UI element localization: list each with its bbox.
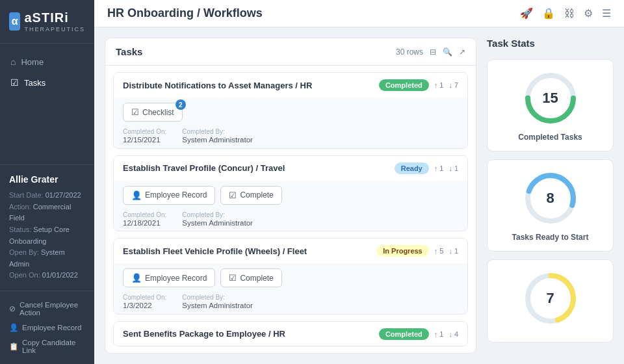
task-footer: Completed On: 12/15/2021 Completed By: S… bbox=[123, 128, 458, 144]
share-icon[interactable]: ⛓ bbox=[564, 8, 575, 20]
checklist-badge: 2 bbox=[176, 99, 186, 110]
task-card-body: 👤 Employee Record ☑ Complete Completed O… bbox=[114, 263, 467, 315]
task-arrow-down: ↓1 bbox=[448, 247, 458, 255]
task-arrow-up: ↑1 bbox=[434, 164, 444, 172]
tasks-meta: 30 rows ⊟ 🔍 ↗ bbox=[396, 47, 465, 57]
sidebar-item-home-label: Home bbox=[21, 57, 44, 67]
logo-icon: α bbox=[9, 12, 20, 31]
cancel-employee-action[interactable]: ⊘ Cancel Employee Action bbox=[9, 298, 85, 320]
user-name: Allie Grater bbox=[9, 174, 85, 185]
check-icon: ☑ bbox=[229, 273, 237, 283]
sidebar-actions: ⊘ Cancel Employee Action 👤 Employee Reco… bbox=[0, 291, 94, 364]
sidebar-item-tasks-label: Tasks bbox=[24, 78, 46, 88]
task-card-header: Distribute Notifications to Asset Manage… bbox=[114, 73, 467, 98]
stat-card-completed: 15 Completed Tasks bbox=[487, 59, 614, 151]
employee-record-button[interactable]: 👤 Employee Record bbox=[123, 268, 215, 287]
task-arrow-up: ↑5 bbox=[434, 247, 444, 255]
page-title: HR Onboarding / Workflows bbox=[107, 6, 263, 20]
stat-card-partial: 7 bbox=[487, 259, 614, 343]
task-card-body: 👤 Employee Record ☑ Complete Completed O… bbox=[114, 181, 467, 232]
stat-label: Completed Tasks bbox=[518, 133, 582, 142]
completed-by: Completed By: System Administrator bbox=[182, 211, 253, 227]
task-card: Establish Fleet Vehicle Profile (Wheels)… bbox=[113, 238, 468, 315]
task-card-header: Establish Fleet Vehicle Profile (Wheels)… bbox=[114, 239, 467, 263]
donut-completed: 15 bbox=[521, 69, 580, 127]
complete-button[interactable]: ☑ Complete bbox=[220, 268, 281, 287]
stat-label: Tasks Ready to Start bbox=[512, 233, 589, 242]
user-icon: 👤 bbox=[131, 190, 142, 200]
task-name: Establish Fleet Vehicle Profile (Wheels)… bbox=[123, 246, 307, 256]
employee-record-link[interactable]: 👤 Employee Record bbox=[9, 320, 85, 335]
task-header-right: Completed ↑1 ↓7 bbox=[379, 79, 458, 91]
status-badge: In Progress bbox=[376, 245, 429, 257]
main-content: HR Onboarding / Workflows 🚀 🔒 ⛓ ⚙ ☰ Task… bbox=[94, 0, 624, 364]
task-card: Sent Benefits Package to Employee / HR C… bbox=[113, 321, 468, 347]
checklist-icon: ☑ bbox=[131, 107, 139, 117]
task-actions: 👤 Employee Record ☑ Complete bbox=[123, 186, 458, 205]
task-card-header: Sent Benefits Package to Employee / HR C… bbox=[114, 322, 467, 346]
task-header-right: Completed ↑1 ↓4 bbox=[379, 328, 458, 340]
complete-button[interactable]: ☑ Complete bbox=[220, 186, 281, 205]
user-meta: Start Date: 01/27/2022 Action: Commercia… bbox=[9, 190, 85, 281]
completed-by: Completed By: System Administrator bbox=[182, 294, 253, 309]
top-bar: HR Onboarding / Workflows 🚀 🔒 ⛓ ⚙ ☰ bbox=[94, 0, 624, 27]
rocket-icon[interactable]: 🚀 bbox=[520, 7, 533, 20]
stats-panel: Task Stats 15 Completed Tasks bbox=[487, 38, 614, 354]
status-badge: Ready bbox=[395, 162, 429, 174]
copy-icon: 📋 bbox=[9, 342, 18, 351]
task-arrow-down: ↓4 bbox=[448, 330, 458, 338]
tasks-panel: Tasks 30 rows ⊟ 🔍 ↗ Distribute Notificat… bbox=[105, 38, 476, 354]
task-header-right: Ready ↑1 ↓1 bbox=[395, 162, 458, 174]
search-icon[interactable]: 🔍 bbox=[443, 47, 452, 57]
tasks-title: Tasks bbox=[116, 46, 142, 57]
logo-area: α aSTIRi THERAPEUTICS bbox=[0, 0, 94, 44]
app-name: aSTIRi bbox=[24, 10, 85, 25]
completed-by: Completed By: System Administrator bbox=[182, 128, 253, 144]
task-card-body: ☑ Checklist 2 Completed On: 12/15/2021 bbox=[114, 98, 467, 149]
nav-section: ⌂ Home ☑ Tasks bbox=[0, 44, 94, 164]
task-card: Establish Travel Profile (Concur) / Trav… bbox=[113, 155, 468, 232]
task-name: Distribute Notifications to Asset Manage… bbox=[123, 81, 312, 90]
donut-value: 7 bbox=[546, 290, 554, 307]
export-icon[interactable]: ↗ bbox=[459, 47, 465, 57]
status-badge: Completed bbox=[379, 328, 429, 340]
filter-icon[interactable]: ⊟ bbox=[430, 47, 436, 57]
tasks-list: Distribute Notifications to Asset Manage… bbox=[105, 66, 476, 353]
cancel-icon: ⊘ bbox=[9, 304, 16, 313]
task-arrow-down: ↓1 bbox=[448, 164, 458, 172]
task-actions: ☑ Checklist 2 bbox=[123, 103, 458, 122]
status-badge: Completed bbox=[379, 79, 429, 91]
task-footer: Completed On: 12/18/2021 Completed By: S… bbox=[123, 211, 458, 227]
employee-record-button[interactable]: 👤 Employee Record bbox=[123, 186, 215, 205]
completed-on: Completed On: 12/18/2021 bbox=[123, 211, 166, 227]
task-footer: Completed On: 1/3/2022 Completed By: Sys… bbox=[123, 294, 458, 309]
content-area: Tasks 30 rows ⊟ 🔍 ↗ Distribute Notificat… bbox=[94, 27, 624, 364]
task-arrow-down: ↓7 bbox=[448, 81, 458, 89]
donut-ready: 8 bbox=[521, 169, 580, 228]
tasks-icon: ☑ bbox=[10, 77, 19, 88]
row-count: 30 rows bbox=[396, 47, 423, 57]
task-header-right: In Progress ↑5 ↓1 bbox=[376, 245, 458, 257]
completed-on: Completed On: 12/15/2021 bbox=[123, 128, 166, 144]
sidebar: α aSTIRi THERAPEUTICS ⌂ Home ☑ Tasks All… bbox=[0, 0, 94, 364]
sidebar-item-home[interactable]: ⌂ Home bbox=[0, 51, 94, 72]
user-icon: 👤 bbox=[131, 273, 142, 283]
task-card: Distribute Notifications to Asset Manage… bbox=[113, 72, 468, 149]
settings-icon[interactable]: ⚙ bbox=[584, 7, 593, 20]
task-actions: 👤 Employee Record ☑ Complete bbox=[123, 268, 458, 287]
employee-icon: 👤 bbox=[9, 323, 18, 332]
task-name: Establish Travel Profile (Concur) / Trav… bbox=[123, 163, 285, 173]
checklist-button[interactable]: ☑ Checklist 2 bbox=[123, 103, 183, 122]
user-section: Allie Grater Start Date: 01/27/2022 Acti… bbox=[0, 164, 94, 291]
copy-candidate-link[interactable]: 📋 Copy Candidate Link bbox=[9, 335, 85, 358]
task-card-header: Establish Travel Profile (Concur) / Trav… bbox=[114, 156, 467, 181]
task-arrow-up: ↑1 bbox=[434, 330, 444, 338]
task-name: Sent Benefits Package to Employee / HR bbox=[123, 329, 285, 339]
menu-icon[interactable]: ☰ bbox=[602, 7, 611, 20]
stats-title: Task Stats bbox=[487, 38, 614, 49]
lock-icon[interactable]: 🔒 bbox=[542, 7, 555, 20]
completed-on: Completed On: 1/3/2022 bbox=[123, 294, 166, 309]
top-bar-icons: 🚀 🔒 ⛓ ⚙ ☰ bbox=[520, 7, 611, 20]
task-arrow-up: ↑1 bbox=[434, 81, 444, 89]
sidebar-item-tasks[interactable]: ☑ Tasks bbox=[0, 72, 94, 93]
